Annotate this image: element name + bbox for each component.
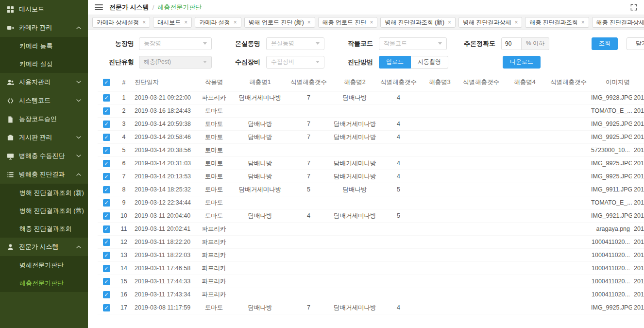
table-row[interactable]: ✓142019-03-11 17:46:58파프리카1000411020...2…: [98, 262, 644, 275]
tab-close-icon[interactable]: ×: [142, 19, 146, 25]
row-checkbox[interactable]: ✓: [103, 186, 110, 193]
tab-close-icon[interactable]: ×: [307, 19, 311, 25]
chevron-up-icon: [76, 173, 81, 176]
table-header-col: 식별해충갯수: [460, 74, 502, 91]
row-checkbox[interactable]: ✓: [103, 265, 110, 272]
method-upload-button[interactable]: 업로드: [379, 56, 411, 69]
table-row[interactable]: ✓122019-03-11 18:22:20파프리카1000411020...2…: [98, 236, 644, 249]
device-select[interactable]: 수집장비: [266, 56, 324, 69]
close-button[interactable]: 닫기: [627, 37, 644, 50]
tab-8[interactable]: 해충 진단결과조회×: [525, 17, 589, 28]
tab-label: 해충 진단결과상세: [596, 18, 644, 27]
cell-cnt4: [548, 157, 589, 170]
method-auto-button[interactable]: 자동촬영: [411, 56, 448, 69]
table-row[interactable]: ✓52019-03-14 20:38:56토마토5723000_10...201: [98, 144, 644, 157]
cell-pest1: 담배나방: [235, 131, 286, 144]
sidebar-item-pest-manual-diagnosis[interactable]: 병해충 수동진단: [0, 147, 88, 165]
tab-close-icon[interactable]: ×: [448, 19, 451, 25]
sidebar-subitem-disease-result-inquiry-old[interactable]: 병해 진단결과조회 (舊): [0, 202, 88, 220]
table-row[interactable]: ✓132019-03-11 18:22:03파프리카1000411020...2…: [98, 249, 644, 262]
cell-checkbox: ✓: [98, 301, 115, 314]
cell-pest1: [235, 262, 286, 275]
table-row[interactable]: ✓62019-03-14 20:31:03토마토담배나방7담배거세미나방4IMG…: [98, 157, 644, 170]
cell-pest3: [419, 262, 460, 275]
accuracy-input[interactable]: [501, 37, 522, 50]
download-button[interactable]: 다운로드: [503, 56, 541, 69]
table-row[interactable]: ✓112019-03-11 20:02:41파프리카aragaya.png201: [98, 223, 644, 236]
tab-4[interactable]: 병해 업로드 진단 (新)×: [244, 17, 315, 28]
select-all-checkbox[interactable]: ✓: [103, 79, 110, 86]
table-row[interactable]: ✓72019-03-14 20:13:53토마토담배나방7담배거세미나방4IMG…: [98, 170, 644, 183]
farm-select[interactable]: 농장명: [139, 37, 212, 50]
system-icon: [7, 97, 14, 104]
sidebar-subitem-camera-settings[interactable]: 카메라 설정: [0, 55, 88, 73]
table-row[interactable]: ✓82019-03-14 18:25:32토마토담배거세미나방5담배나방5IMG…: [98, 183, 644, 196]
sidebar-item-system-code[interactable]: 시스템코드: [0, 91, 88, 110]
table-row[interactable]: ✓22019-03-16 18:24:43토마토TOMATO_E_...201: [98, 104, 644, 118]
breadcrumb-separator: /: [153, 4, 154, 11]
tab-close-icon[interactable]: ×: [184, 19, 187, 25]
diagnosis-type-select[interactable]: 해충(Pest): [139, 56, 212, 69]
sidebar-item-camera-management[interactable]: 카메라 관리: [0, 18, 88, 37]
sidebar-subitem-camera-register[interactable]: 카메라 등록: [0, 37, 88, 55]
cell-extra: 201: [632, 170, 644, 183]
tab-close-icon[interactable]: ×: [581, 19, 585, 25]
tab-close-icon[interactable]: ×: [234, 19, 237, 25]
table-row[interactable]: ✓92019-03-12 22:34:44토마토TOMATO_E_...201: [98, 196, 644, 209]
crop-code-select[interactable]: 작물코드: [379, 37, 447, 50]
sidebar-item-pest-diagnosis-results[interactable]: 병해충 진단결과: [0, 165, 88, 184]
row-checkbox[interactable]: ✓: [103, 252, 110, 259]
hamburger-menu-icon[interactable]: [95, 4, 103, 10]
row-checkbox[interactable]: ✓: [103, 199, 110, 207]
tab-7[interactable]: 병해 진단결과상세×: [458, 17, 522, 28]
row-checkbox[interactable]: ✓: [103, 107, 110, 115]
tab-5[interactable]: 해충 업로드 진단×: [318, 17, 378, 28]
sidebar-item-dashboard[interactable]: 대시보드: [0, 0, 88, 18]
cell-pest1: 담배나방: [235, 301, 286, 314]
tab-3[interactable]: 카메라 설정×: [195, 17, 241, 28]
table-row[interactable]: ✓32019-03-14 20:59:38토마토담배나방7담배거세미나방4IMG…: [98, 118, 644, 131]
cell-extra: 201: [632, 104, 644, 118]
tab-2[interactable]: 대시보드×: [153, 17, 192, 28]
sidebar-item-expert-system[interactable]: 전문가 시스템: [0, 238, 88, 256]
search-button[interactable]: 조회: [592, 37, 618, 50]
sidebar-subitem-pest-expert-judgment[interactable]: 해충전문가판단: [0, 274, 88, 292]
sidebar-item-farm-code-approval[interactable]: 농장코드승인: [0, 110, 88, 128]
row-checkbox[interactable]: ✓: [103, 239, 110, 246]
tab-label: 카메라 상세설정: [97, 18, 139, 27]
row-checkbox[interactable]: ✓: [103, 173, 110, 180]
tab-6[interactable]: 병해 진단결과조회 (新)×: [380, 17, 456, 28]
table-row[interactable]: ✓12019-03-21 09:22:00파프리카담배거세미나방7담배나방4IM…: [98, 91, 644, 104]
row-checkbox[interactable]: ✓: [103, 134, 110, 141]
fullscreen-icon[interactable]: [630, 4, 637, 11]
table-row[interactable]: ✓172019-03-08 11:17:59토마토담배나방7담배거세미나방4IM…: [98, 301, 644, 314]
cell-image: 1000411020...: [589, 262, 632, 275]
tab-close-icon[interactable]: ×: [370, 19, 373, 25]
row-checkbox[interactable]: ✓: [103, 304, 110, 311]
row-checkbox[interactable]: ✓: [103, 94, 110, 102]
sidebar-item-user-management[interactable]: 사용자관리: [0, 73, 88, 91]
row-checkbox[interactable]: ✓: [103, 225, 110, 233]
sidebar-subitem-disease-expert-judgment[interactable]: 병해전문가판단: [0, 256, 88, 274]
tab-9[interactable]: 해충 진단결과상세×: [592, 17, 644, 28]
row-checkbox[interactable]: ✓: [103, 160, 110, 167]
row-checkbox[interactable]: ✓: [103, 121, 110, 128]
chevron-up-icon: [76, 245, 81, 248]
sidebar-subitem-disease-result-inquiry-new[interactable]: 병해 진단결과조회 (新): [0, 184, 88, 202]
tab-close-icon[interactable]: ×: [514, 19, 518, 25]
row-checkbox[interactable]: ✓: [103, 278, 110, 285]
table-row[interactable]: ✓42019-03-14 20:58:46토마토담배나방7담배거세미나방4IMG…: [98, 131, 644, 144]
sidebar-subitem-pest-result-inquiry[interactable]: 해충 진단결과조회: [0, 220, 88, 238]
table-row[interactable]: ✓152019-03-11 17:44:33파프리카1000411020...2…: [98, 275, 644, 288]
row-checkbox[interactable]: ✓: [103, 291, 110, 298]
table-row[interactable]: ✓162019-03-11 17:43:34파프리카1000411020...2…: [98, 288, 644, 301]
cell-pest1: [235, 288, 286, 301]
greenhouse-select[interactable]: 온실동명: [266, 37, 324, 50]
tab-1[interactable]: 카메라 상세설정×: [92, 17, 150, 28]
table-header-col: #: [115, 74, 133, 91]
breadcrumb-root: 전문가 시스템: [109, 3, 149, 12]
row-checkbox[interactable]: ✓: [103, 212, 110, 220]
row-checkbox[interactable]: ✓: [103, 147, 110, 154]
table-row[interactable]: ✓102019-03-11 20:04:40토마토담배나방4담배거세미나방5IM…: [98, 209, 644, 223]
sidebar-item-board-management[interactable]: 게시판 관리: [0, 128, 88, 147]
